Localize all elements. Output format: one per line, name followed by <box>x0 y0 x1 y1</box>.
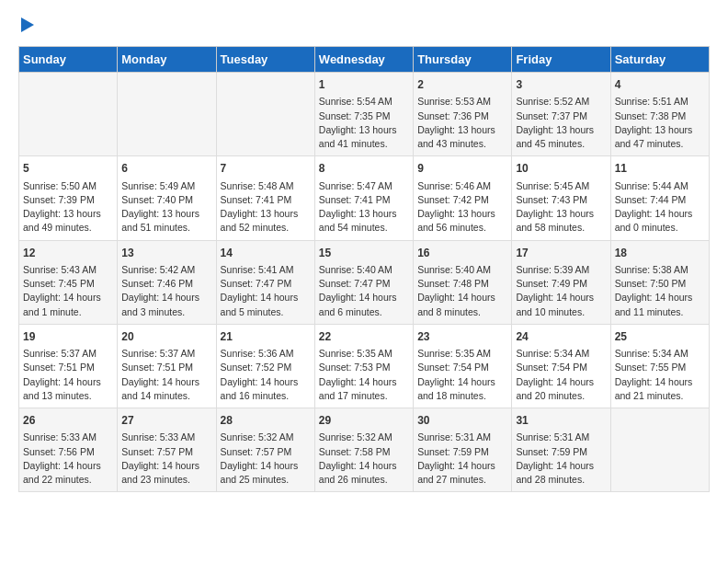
page-header <box>18 18 710 31</box>
calendar-cell: 15Sunrise: 5:40 AMSunset: 7:47 PMDayligh… <box>314 240 413 324</box>
calendar-cell <box>610 408 709 492</box>
calendar-cell: 30Sunrise: 5:31 AMSunset: 7:59 PMDayligh… <box>414 408 512 492</box>
day-header-thursday: Thursday <box>414 47 512 73</box>
week-row-5: 26Sunrise: 5:33 AMSunset: 7:56 PMDayligh… <box>19 408 710 492</box>
day-number: 18 <box>615 246 705 261</box>
week-row-3: 12Sunrise: 5:43 AMSunset: 7:45 PMDayligh… <box>19 240 710 324</box>
day-number: 8 <box>319 161 409 177</box>
calendar-cell: 23Sunrise: 5:35 AMSunset: 7:54 PMDayligh… <box>414 324 512 408</box>
calendar-cell: 1Sunrise: 5:54 AMSunset: 7:35 PMDaylight… <box>314 73 413 156</box>
logo <box>18 18 35 31</box>
calendar-cell <box>216 73 314 156</box>
calendar-cell: 5Sunrise: 5:50 AMSunset: 7:39 PMDaylight… <box>19 156 118 240</box>
calendar-cell: 31Sunrise: 5:31 AMSunset: 7:59 PMDayligh… <box>512 408 610 492</box>
day-number: 6 <box>121 161 211 177</box>
logo-triangle-icon <box>21 17 34 32</box>
day-number: 22 <box>319 329 409 345</box>
day-header-monday: Monday <box>118 47 216 73</box>
calendar-cell: 10Sunrise: 5:45 AMSunset: 7:43 PMDayligh… <box>512 156 610 240</box>
day-number: 26 <box>23 413 113 429</box>
day-number: 9 <box>417 161 507 177</box>
day-number: 1 <box>319 77 409 93</box>
day-header-wednesday: Wednesday <box>314 47 413 73</box>
week-row-4: 19Sunrise: 5:37 AMSunset: 7:51 PMDayligh… <box>19 324 710 408</box>
calendar-cell: 2Sunrise: 5:53 AMSunset: 7:36 PMDaylight… <box>414 73 512 156</box>
day-number: 7 <box>221 161 311 177</box>
calendar-body: 1Sunrise: 5:54 AMSunset: 7:35 PMDaylight… <box>19 73 710 492</box>
day-number: 11 <box>615 161 705 177</box>
day-number: 15 <box>319 246 409 261</box>
calendar-cell: 11Sunrise: 5:44 AMSunset: 7:44 PMDayligh… <box>610 156 709 240</box>
day-header-saturday: Saturday <box>610 47 709 73</box>
calendar-cell: 14Sunrise: 5:41 AMSunset: 7:47 PMDayligh… <box>216 240 314 324</box>
day-number: 24 <box>516 329 606 345</box>
day-header-tuesday: Tuesday <box>216 47 314 73</box>
calendar-cell: 22Sunrise: 5:35 AMSunset: 7:53 PMDayligh… <box>314 324 413 408</box>
calendar-cell: 6Sunrise: 5:49 AMSunset: 7:40 PMDaylight… <box>118 156 216 240</box>
calendar-cell: 20Sunrise: 5:37 AMSunset: 7:51 PMDayligh… <box>118 324 216 408</box>
calendar-cell: 17Sunrise: 5:39 AMSunset: 7:49 PMDayligh… <box>512 240 610 324</box>
calendar-cell: 8Sunrise: 5:47 AMSunset: 7:41 PMDaylight… <box>314 156 413 240</box>
day-number: 13 <box>121 246 211 261</box>
calendar-cell: 24Sunrise: 5:34 AMSunset: 7:54 PMDayligh… <box>512 324 610 408</box>
calendar-cell: 29Sunrise: 5:32 AMSunset: 7:58 PMDayligh… <box>314 408 413 492</box>
days-of-week-row: SundayMondayTuesdayWednesdayThursdayFrid… <box>19 47 710 73</box>
calendar-cell: 19Sunrise: 5:37 AMSunset: 7:51 PMDayligh… <box>19 324 118 408</box>
day-number: 14 <box>221 246 311 261</box>
calendar-cell: 7Sunrise: 5:48 AMSunset: 7:41 PMDaylight… <box>216 156 314 240</box>
day-number: 10 <box>516 161 606 177</box>
calendar-cell: 28Sunrise: 5:32 AMSunset: 7:57 PMDayligh… <box>216 408 314 492</box>
day-number: 12 <box>23 246 113 261</box>
calendar-header: SundayMondayTuesdayWednesdayThursdayFrid… <box>19 47 710 73</box>
day-number: 28 <box>221 413 311 429</box>
calendar-cell: 21Sunrise: 5:36 AMSunset: 7:52 PMDayligh… <box>216 324 314 408</box>
calendar-cell: 3Sunrise: 5:52 AMSunset: 7:37 PMDaylight… <box>512 73 610 156</box>
week-row-2: 5Sunrise: 5:50 AMSunset: 7:39 PMDaylight… <box>19 156 710 240</box>
calendar-cell: 12Sunrise: 5:43 AMSunset: 7:45 PMDayligh… <box>19 240 118 324</box>
day-number: 19 <box>23 329 113 345</box>
calendar-cell <box>118 73 216 156</box>
calendar-cell: 25Sunrise: 5:34 AMSunset: 7:55 PMDayligh… <box>610 324 709 408</box>
calendar-cell: 26Sunrise: 5:33 AMSunset: 7:56 PMDayligh… <box>19 408 118 492</box>
calendar-cell <box>19 73 118 156</box>
calendar-cell: 13Sunrise: 5:42 AMSunset: 7:46 PMDayligh… <box>118 240 216 324</box>
day-number: 21 <box>221 329 311 345</box>
calendar-cell: 9Sunrise: 5:46 AMSunset: 7:42 PMDaylight… <box>414 156 512 240</box>
calendar-cell: 27Sunrise: 5:33 AMSunset: 7:57 PMDayligh… <box>118 408 216 492</box>
calendar-table: SundayMondayTuesdayWednesdayThursdayFrid… <box>18 46 710 492</box>
day-number: 20 <box>121 329 211 345</box>
calendar-cell: 4Sunrise: 5:51 AMSunset: 7:38 PMDaylight… <box>610 73 709 156</box>
day-header-sunday: Sunday <box>19 47 118 73</box>
calendar-cell: 16Sunrise: 5:40 AMSunset: 7:48 PMDayligh… <box>414 240 512 324</box>
day-number: 29 <box>319 413 409 429</box>
day-number: 2 <box>417 77 507 93</box>
day-number: 4 <box>615 77 705 93</box>
day-number: 23 <box>417 329 507 345</box>
day-number: 5 <box>23 161 113 177</box>
day-number: 31 <box>516 413 606 429</box>
week-row-1: 1Sunrise: 5:54 AMSunset: 7:35 PMDaylight… <box>19 73 710 156</box>
day-header-friday: Friday <box>512 47 610 73</box>
day-number: 16 <box>417 246 507 261</box>
day-number: 3 <box>516 77 606 93</box>
day-number: 27 <box>121 413 211 429</box>
day-number: 30 <box>417 413 507 429</box>
calendar-cell: 18Sunrise: 5:38 AMSunset: 7:50 PMDayligh… <box>610 240 709 324</box>
day-number: 25 <box>615 329 705 345</box>
day-number: 17 <box>516 246 606 261</box>
